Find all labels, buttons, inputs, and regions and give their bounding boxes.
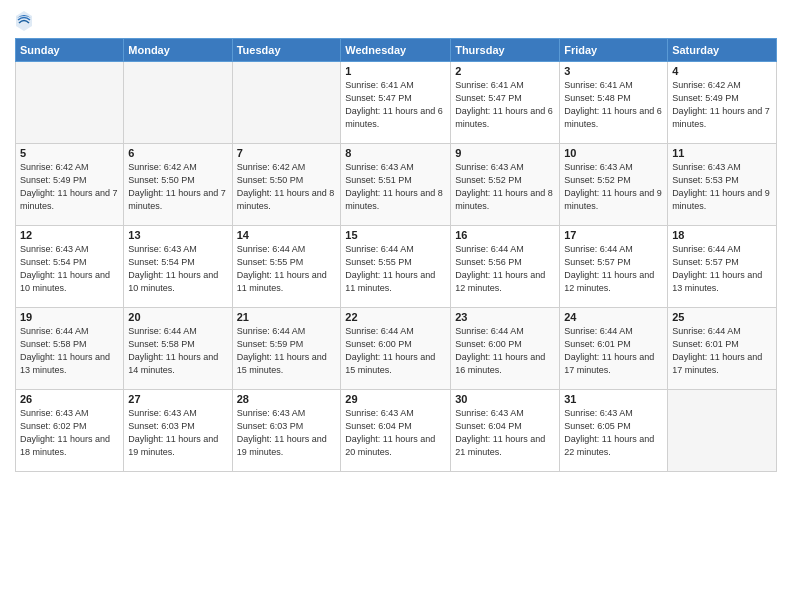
calendar-week-5: 26Sunrise: 6:43 AM Sunset: 6:02 PM Dayli… <box>16 390 777 472</box>
calendar-cell: 22Sunrise: 6:44 AM Sunset: 6:00 PM Dayli… <box>341 308 451 390</box>
day-number: 9 <box>455 147 555 159</box>
calendar-table: SundayMondayTuesdayWednesdayThursdayFrid… <box>15 38 777 472</box>
calendar-cell: 12Sunrise: 6:43 AM Sunset: 5:54 PM Dayli… <box>16 226 124 308</box>
day-info: Sunrise: 6:44 AM Sunset: 5:57 PM Dayligh… <box>672 243 772 295</box>
day-number: 15 <box>345 229 446 241</box>
calendar-cell: 28Sunrise: 6:43 AM Sunset: 6:03 PM Dayli… <box>232 390 341 472</box>
logo <box>15 10 36 32</box>
day-number: 1 <box>345 65 446 77</box>
calendar-cell: 17Sunrise: 6:44 AM Sunset: 5:57 PM Dayli… <box>560 226 668 308</box>
calendar-page: SundayMondayTuesdayWednesdayThursdayFrid… <box>0 0 792 612</box>
day-number: 13 <box>128 229 227 241</box>
day-info: Sunrise: 6:41 AM Sunset: 5:47 PM Dayligh… <box>345 79 446 131</box>
day-info: Sunrise: 6:43 AM Sunset: 6:03 PM Dayligh… <box>128 407 227 459</box>
day-info: Sunrise: 6:44 AM Sunset: 6:00 PM Dayligh… <box>345 325 446 377</box>
day-number: 22 <box>345 311 446 323</box>
calendar-cell: 14Sunrise: 6:44 AM Sunset: 5:55 PM Dayli… <box>232 226 341 308</box>
weekday-header-saturday: Saturday <box>668 39 777 62</box>
calendar-cell: 1Sunrise: 6:41 AM Sunset: 5:47 PM Daylig… <box>341 62 451 144</box>
day-info: Sunrise: 6:44 AM Sunset: 5:56 PM Dayligh… <box>455 243 555 295</box>
calendar-cell: 18Sunrise: 6:44 AM Sunset: 5:57 PM Dayli… <box>668 226 777 308</box>
day-number: 14 <box>237 229 337 241</box>
day-info: Sunrise: 6:43 AM Sunset: 5:53 PM Dayligh… <box>672 161 772 213</box>
day-info: Sunrise: 6:42 AM Sunset: 5:49 PM Dayligh… <box>20 161 119 213</box>
calendar-cell: 29Sunrise: 6:43 AM Sunset: 6:04 PM Dayli… <box>341 390 451 472</box>
day-info: Sunrise: 6:44 AM Sunset: 5:58 PM Dayligh… <box>20 325 119 377</box>
weekday-header-wednesday: Wednesday <box>341 39 451 62</box>
calendar-cell <box>16 62 124 144</box>
day-info: Sunrise: 6:42 AM Sunset: 5:50 PM Dayligh… <box>128 161 227 213</box>
day-number: 10 <box>564 147 663 159</box>
day-number: 30 <box>455 393 555 405</box>
day-info: Sunrise: 6:42 AM Sunset: 5:49 PM Dayligh… <box>672 79 772 131</box>
day-info: Sunrise: 6:44 AM Sunset: 5:59 PM Dayligh… <box>237 325 337 377</box>
calendar-cell: 30Sunrise: 6:43 AM Sunset: 6:04 PM Dayli… <box>451 390 560 472</box>
calendar-cell: 11Sunrise: 6:43 AM Sunset: 5:53 PM Dayli… <box>668 144 777 226</box>
calendar-cell: 6Sunrise: 6:42 AM Sunset: 5:50 PM Daylig… <box>124 144 232 226</box>
weekday-header-thursday: Thursday <box>451 39 560 62</box>
day-info: Sunrise: 6:44 AM Sunset: 6:01 PM Dayligh… <box>672 325 772 377</box>
day-info: Sunrise: 6:43 AM Sunset: 5:52 PM Dayligh… <box>564 161 663 213</box>
weekday-header-monday: Monday <box>124 39 232 62</box>
day-number: 16 <box>455 229 555 241</box>
calendar-cell: 13Sunrise: 6:43 AM Sunset: 5:54 PM Dayli… <box>124 226 232 308</box>
logo-icon <box>15 10 33 32</box>
day-number: 7 <box>237 147 337 159</box>
calendar-cell: 15Sunrise: 6:44 AM Sunset: 5:55 PM Dayli… <box>341 226 451 308</box>
day-info: Sunrise: 6:41 AM Sunset: 5:48 PM Dayligh… <box>564 79 663 131</box>
calendar-cell: 9Sunrise: 6:43 AM Sunset: 5:52 PM Daylig… <box>451 144 560 226</box>
day-number: 27 <box>128 393 227 405</box>
day-info: Sunrise: 6:43 AM Sunset: 6:05 PM Dayligh… <box>564 407 663 459</box>
calendar-cell: 5Sunrise: 6:42 AM Sunset: 5:49 PM Daylig… <box>16 144 124 226</box>
calendar-cell: 25Sunrise: 6:44 AM Sunset: 6:01 PM Dayli… <box>668 308 777 390</box>
day-info: Sunrise: 6:43 AM Sunset: 5:51 PM Dayligh… <box>345 161 446 213</box>
day-number: 18 <box>672 229 772 241</box>
day-info: Sunrise: 6:41 AM Sunset: 5:47 PM Dayligh… <box>455 79 555 131</box>
day-info: Sunrise: 6:43 AM Sunset: 6:04 PM Dayligh… <box>345 407 446 459</box>
calendar-cell: 16Sunrise: 6:44 AM Sunset: 5:56 PM Dayli… <box>451 226 560 308</box>
calendar-week-1: 1Sunrise: 6:41 AM Sunset: 5:47 PM Daylig… <box>16 62 777 144</box>
weekday-header-tuesday: Tuesday <box>232 39 341 62</box>
day-info: Sunrise: 6:43 AM Sunset: 6:03 PM Dayligh… <box>237 407 337 459</box>
weekday-header-friday: Friday <box>560 39 668 62</box>
day-info: Sunrise: 6:44 AM Sunset: 6:00 PM Dayligh… <box>455 325 555 377</box>
day-info: Sunrise: 6:43 AM Sunset: 5:54 PM Dayligh… <box>128 243 227 295</box>
weekday-header-sunday: Sunday <box>16 39 124 62</box>
day-number: 6 <box>128 147 227 159</box>
calendar-cell: 10Sunrise: 6:43 AM Sunset: 5:52 PM Dayli… <box>560 144 668 226</box>
day-number: 4 <box>672 65 772 77</box>
day-info: Sunrise: 6:43 AM Sunset: 5:52 PM Dayligh… <box>455 161 555 213</box>
day-info: Sunrise: 6:43 AM Sunset: 6:02 PM Dayligh… <box>20 407 119 459</box>
day-info: Sunrise: 6:43 AM Sunset: 5:54 PM Dayligh… <box>20 243 119 295</box>
day-number: 20 <box>128 311 227 323</box>
day-number: 28 <box>237 393 337 405</box>
day-info: Sunrise: 6:44 AM Sunset: 5:55 PM Dayligh… <box>237 243 337 295</box>
calendar-cell <box>668 390 777 472</box>
calendar-cell: 20Sunrise: 6:44 AM Sunset: 5:58 PM Dayli… <box>124 308 232 390</box>
calendar-cell: 26Sunrise: 6:43 AM Sunset: 6:02 PM Dayli… <box>16 390 124 472</box>
weekday-header-row: SundayMondayTuesdayWednesdayThursdayFrid… <box>16 39 777 62</box>
day-number: 31 <box>564 393 663 405</box>
day-number: 19 <box>20 311 119 323</box>
day-number: 24 <box>564 311 663 323</box>
day-number: 17 <box>564 229 663 241</box>
day-info: Sunrise: 6:44 AM Sunset: 5:55 PM Dayligh… <box>345 243 446 295</box>
day-number: 11 <box>672 147 772 159</box>
day-info: Sunrise: 6:44 AM Sunset: 5:58 PM Dayligh… <box>128 325 227 377</box>
day-info: Sunrise: 6:44 AM Sunset: 6:01 PM Dayligh… <box>564 325 663 377</box>
calendar-week-2: 5Sunrise: 6:42 AM Sunset: 5:49 PM Daylig… <box>16 144 777 226</box>
day-number: 8 <box>345 147 446 159</box>
calendar-cell: 23Sunrise: 6:44 AM Sunset: 6:00 PM Dayli… <box>451 308 560 390</box>
page-header <box>15 10 777 32</box>
calendar-cell: 7Sunrise: 6:42 AM Sunset: 5:50 PM Daylig… <box>232 144 341 226</box>
calendar-cell: 19Sunrise: 6:44 AM Sunset: 5:58 PM Dayli… <box>16 308 124 390</box>
day-number: 29 <box>345 393 446 405</box>
calendar-cell <box>232 62 341 144</box>
day-number: 3 <box>564 65 663 77</box>
day-number: 21 <box>237 311 337 323</box>
calendar-week-4: 19Sunrise: 6:44 AM Sunset: 5:58 PM Dayli… <box>16 308 777 390</box>
day-number: 5 <box>20 147 119 159</box>
calendar-cell <box>124 62 232 144</box>
calendar-cell: 3Sunrise: 6:41 AM Sunset: 5:48 PM Daylig… <box>560 62 668 144</box>
calendar-week-3: 12Sunrise: 6:43 AM Sunset: 5:54 PM Dayli… <box>16 226 777 308</box>
